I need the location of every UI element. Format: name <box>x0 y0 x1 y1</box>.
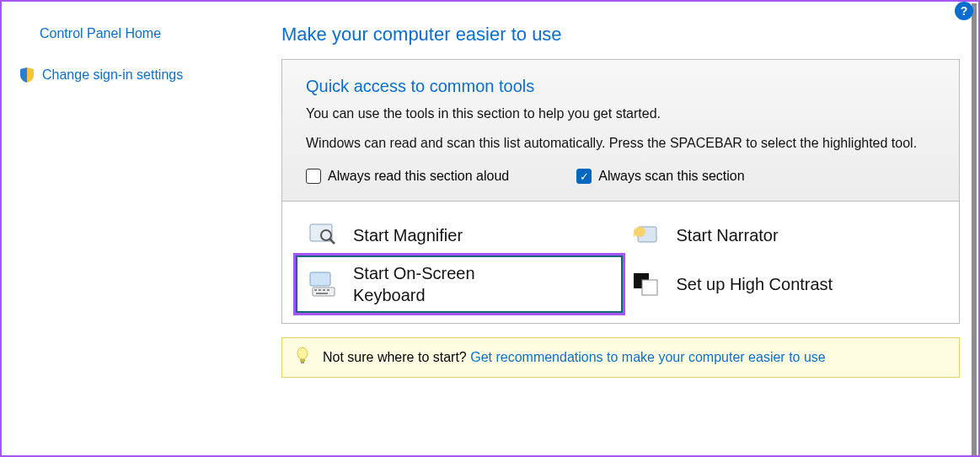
keyboard-icon <box>306 267 340 301</box>
recommend-text: Not sure where to start? Get recommendat… <box>323 350 826 365</box>
setup-high-contrast-link[interactable]: Set up High Contrast <box>629 262 936 306</box>
tools-section: Start Magnifier Start Narrator <box>281 202 960 324</box>
get-recommendations-link[interactable]: Get recommendations to make your compute… <box>470 350 826 364</box>
sidebar: Control Panel Home Change sign-in settin… <box>2 2 271 455</box>
read-aloud-label: Always read this section aloud <box>328 169 509 184</box>
lightbulb-icon <box>294 347 311 368</box>
help-icon[interactable]: ? <box>955 2 973 20</box>
contrast-label: Set up High Contrast <box>677 275 833 294</box>
svg-rect-15 <box>300 359 305 362</box>
quick-access-title: Quick access to common tools <box>306 77 935 96</box>
svg-point-4 <box>634 227 645 237</box>
scan-section-checkbox[interactable]: ✓ Always scan this section <box>576 169 744 184</box>
narrator-icon <box>629 218 663 252</box>
osk-label: Start On-Screen Keyboard <box>353 262 496 306</box>
svg-rect-10 <box>327 289 329 291</box>
svg-rect-5 <box>310 272 330 286</box>
quick-access-desc2: Windows can read and scan this list auto… <box>306 133 935 153</box>
svg-rect-8 <box>319 289 321 291</box>
main-content: Make your computer easier to use Quick a… <box>271 2 978 455</box>
recommendations-bar: Not sure where to start? Get recommendat… <box>281 337 960 378</box>
signin-label: Change sign-in settings <box>42 67 183 83</box>
quick-access-desc1: You can use the tools in this section to… <box>306 106 935 121</box>
svg-rect-11 <box>316 293 328 294</box>
svg-rect-9 <box>323 289 325 291</box>
scrollbar[interactable] <box>972 3 977 455</box>
svg-point-14 <box>297 347 308 359</box>
magnifier-icon <box>306 218 340 252</box>
high-contrast-icon <box>629 267 663 301</box>
checkbox-empty-icon <box>306 169 321 184</box>
scan-label: Always scan this section <box>598 169 744 184</box>
svg-rect-13 <box>642 280 657 295</box>
start-narrator-link[interactable]: Start Narrator <box>629 218 936 252</box>
recommend-prompt: Not sure where to start? <box>323 350 470 364</box>
start-osk-link[interactable]: Start On-Screen Keyboard <box>296 255 623 313</box>
checkbox-checked-icon: ✓ <box>576 169 592 184</box>
narrator-label: Start Narrator <box>677 226 779 245</box>
change-signin-settings-link[interactable]: Change sign-in settings <box>19 67 254 83</box>
svg-rect-6 <box>313 288 335 296</box>
shield-icon <box>19 67 35 83</box>
start-magnifier-link[interactable]: Start Magnifier <box>306 218 613 252</box>
magnifier-label: Start Magnifier <box>353 226 463 245</box>
page-title: Make your computer easier to use <box>281 24 960 46</box>
control-panel-home-link[interactable]: Control Panel Home <box>19 23 254 45</box>
svg-rect-7 <box>314 289 317 291</box>
read-aloud-checkbox[interactable]: Always read this section aloud <box>306 169 509 184</box>
content-container: Control Panel Home Change sign-in settin… <box>2 2 978 455</box>
quick-access-section: Quick access to common tools You can use… <box>281 59 960 202</box>
svg-rect-16 <box>301 362 304 363</box>
quick-access-checkboxes: Always read this section aloud ✓ Always … <box>306 169 935 184</box>
